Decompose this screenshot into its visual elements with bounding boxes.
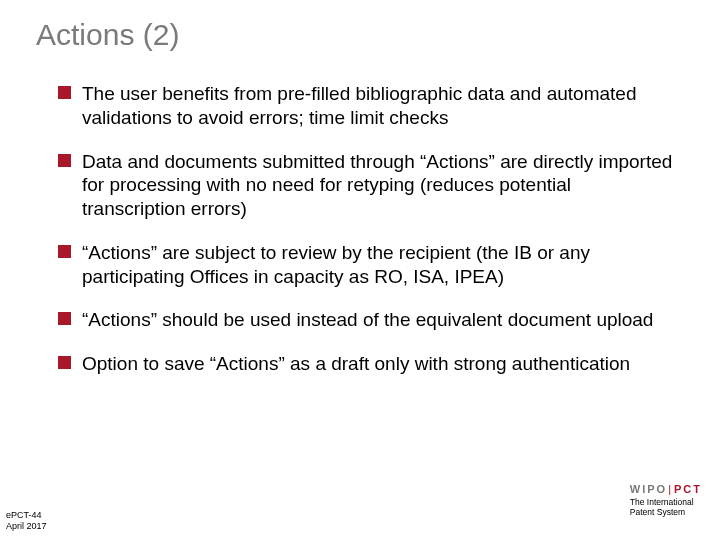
tagline-line2: Patent System [630, 508, 702, 518]
slide: Actions (2) The user benefits from pre-f… [0, 0, 720, 540]
slide-ref: ePCT-44 [6, 510, 47, 521]
bullet-list: The user benefits from pre-filled biblio… [58, 82, 678, 396]
square-bullet-icon [58, 245, 71, 258]
list-item-text: “Actions” are subject to review by the r… [82, 242, 590, 287]
square-bullet-icon [58, 154, 71, 167]
footer-left: ePCT-44 April 2017 [6, 510, 47, 532]
list-item: Option to save “Actions” as a draft only… [58, 352, 678, 376]
list-item: Data and documents submitted through “Ac… [58, 150, 678, 221]
square-bullet-icon [58, 312, 71, 325]
footer-right: WIPO|PCT The International Patent System [630, 483, 702, 518]
brand-logo: WIPO|PCT [630, 483, 702, 496]
list-item-text: The user benefits from pre-filled biblio… [82, 83, 637, 128]
slide-date: April 2017 [6, 521, 47, 532]
list-item-text: Data and documents submitted through “Ac… [82, 151, 672, 220]
brand-wipo: WIPO [630, 483, 667, 495]
list-item: The user benefits from pre-filled biblio… [58, 82, 678, 130]
list-item-text: “Actions” should be used instead of the … [82, 309, 653, 330]
list-item: “Actions” are subject to review by the r… [58, 241, 678, 289]
square-bullet-icon [58, 356, 71, 369]
slide-title: Actions (2) [36, 18, 179, 52]
brand-tagline: The International Patent System [630, 498, 702, 518]
brand-divider: | [668, 483, 673, 495]
list-item: “Actions” should be used instead of the … [58, 308, 678, 332]
brand-pct: PCT [674, 483, 702, 495]
list-item-text: Option to save “Actions” as a draft only… [82, 353, 630, 374]
square-bullet-icon [58, 86, 71, 99]
